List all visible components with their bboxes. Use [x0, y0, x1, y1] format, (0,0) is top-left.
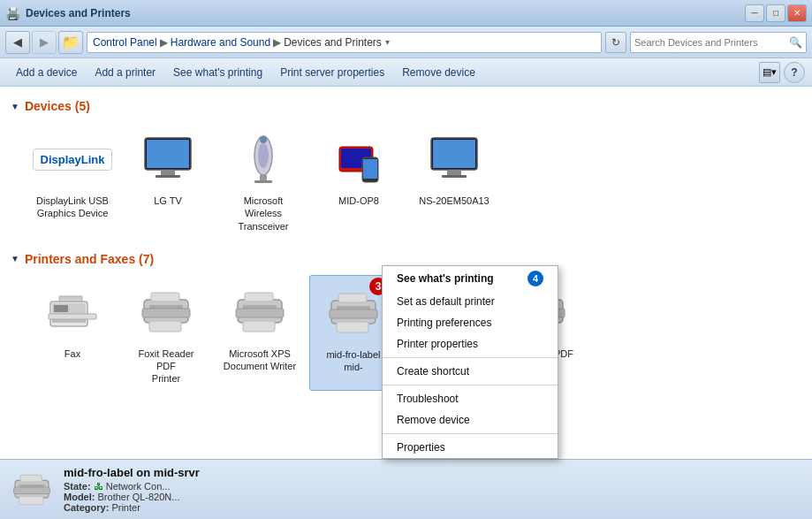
devices-section-header: ▼ Devices (5): [11, 99, 801, 113]
print-server-button[interactable]: Print server properties: [271, 58, 393, 86]
svg-rect-26: [151, 293, 179, 301]
details-bar: mid-fro-label on mid-srvr State: 🖧 Netwo…: [0, 459, 812, 519]
device-mid-op8[interactable]: MID-OP8: [315, 122, 403, 238]
xps-icon: [228, 280, 292, 344]
window-controls: ─ □ ✕: [745, 4, 807, 22]
ns-label: NS-20EM50A13: [419, 195, 489, 207]
ctx-set-default[interactable]: Set as default printer: [383, 291, 558, 312]
ctx-badge-blue: 4: [527, 271, 543, 286]
svg-rect-1: [147, 140, 189, 168]
device-displaylink[interactable]: DisplayLink DisplayLink USBGraphics Devi…: [28, 122, 117, 238]
ctx-create-shortcut[interactable]: Create shortcut: [383, 361, 558, 382]
printer-fax[interactable]: Fax: [28, 275, 117, 391]
svg-rect-30: [236, 309, 284, 317]
window-icon: 🖨️: [5, 6, 20, 20]
device-lgtv[interactable]: LG TV: [124, 122, 212, 238]
svg-rect-3: [156, 175, 180, 178]
svg-rect-21: [49, 314, 96, 319]
printer-xps[interactable]: Microsoft XPSDocument Writer: [216, 275, 304, 391]
fax-label: Fax: [65, 347, 80, 360]
svg-rect-2: [161, 170, 175, 175]
svg-point-8: [260, 136, 267, 143]
title-bar: 🖨️ Devices and Printers ─ □ ✕: [0, 0, 812, 27]
foxit-icon: [134, 280, 198, 344]
device-displaylink-label: DisplayLink USBGraphics Device: [36, 195, 109, 220]
svg-rect-31: [245, 293, 273, 301]
ctx-remove-device[interactable]: Remove device: [383, 409, 558, 431]
ctx-separator-1: [383, 357, 558, 358]
printers-section-title: Printers and Faxes (7): [25, 252, 154, 266]
toolbar: Add a device Add a printer See what's pr…: [0, 58, 812, 87]
lgtv-icon: [136, 127, 200, 191]
xps-label: Microsoft XPSDocument Writer: [224, 347, 296, 373]
add-printer-button[interactable]: Add a printer: [86, 58, 164, 86]
svg-rect-12: [363, 159, 377, 179]
details-state-row: State: 🖧 Network Con...: [64, 481, 200, 492]
lgtv-label: LG TV: [154, 195, 182, 207]
context-menu: See what's printing 4 Set as default pri…: [382, 265, 558, 459]
back-button[interactable]: ◀: [5, 31, 30, 54]
details-category-row: Category: Printer: [64, 502, 200, 513]
device-wireless-transceiver[interactable]: MicrosoftWirelessTransceiver: [219, 122, 307, 238]
breadcrumb-control-panel[interactable]: Control Panel: [93, 36, 157, 49]
mid-fro-label: mid-fro-labelmid-: [326, 348, 380, 374]
view-button[interactable]: ▤▾: [759, 62, 780, 83]
svg-rect-22: [59, 296, 82, 301]
address-bar: ◀ ▶ 📁 Control Panel ▶ Hardware and Sound…: [0, 27, 812, 58]
fax-icon: [41, 280, 104, 344]
details-model-row: Model: Brother QL-820N...: [64, 492, 200, 502]
close-button[interactable]: ✕: [787, 4, 807, 22]
add-device-button[interactable]: Add a device: [7, 58, 86, 86]
breadcrumb[interactable]: Control Panel ▶ Hardware and Sound ▶ Dev…: [87, 32, 602, 53]
printers-section-header: ▼ Printers and Faxes (7): [11, 252, 801, 266]
wireless-transceiver-icon: [231, 127, 295, 191]
devices-grid: DisplayLink DisplayLink USBGraphics Devi…: [11, 122, 801, 238]
svg-rect-20: [54, 305, 68, 312]
search-icon[interactable]: 🔍: [789, 36, 802, 49]
displaylink-icon: DisplayLink: [41, 127, 104, 191]
svg-rect-52: [20, 475, 42, 482]
svg-rect-6: [260, 175, 267, 180]
minimize-button[interactable]: ─: [745, 4, 764, 22]
foxit-label: Foxit Reader PDFPrinter: [127, 347, 205, 385]
svg-rect-14: [433, 140, 475, 168]
ctx-printing-preferences[interactable]: Printing preferences: [383, 312, 558, 333]
svg-rect-36: [338, 294, 367, 302]
svg-rect-15: [447, 170, 461, 175]
ns-icon: [422, 127, 486, 191]
ctx-separator-2: [383, 385, 558, 385]
ctx-separator-3: [383, 433, 558, 434]
ctx-printer-properties[interactable]: Printer properties: [383, 333, 558, 355]
svg-rect-7: [254, 180, 272, 183]
wireless-transceiver-label: MicrosoftWirelessTransceiver: [238, 195, 288, 233]
maximize-button[interactable]: □: [766, 4, 785, 22]
svg-rect-32: [243, 321, 275, 332]
see-printing-button[interactable]: See what's printing: [164, 58, 271, 86]
mid-op8-icon: [327, 127, 391, 191]
svg-rect-53: [19, 496, 43, 504]
refresh-button[interactable]: ↻: [605, 32, 626, 53]
remove-device-button[interactable]: Remove device: [393, 58, 484, 86]
svg-rect-25: [142, 309, 190, 317]
help-button[interactable]: ?: [784, 62, 805, 83]
svg-rect-27: [149, 321, 181, 332]
search-input[interactable]: [634, 37, 789, 48]
svg-rect-37: [337, 322, 368, 332]
details-info: mid-fro-label on mid-srvr State: 🖧 Netwo…: [64, 466, 200, 513]
printers-collapse-icon[interactable]: ▼: [11, 254, 19, 263]
search-box[interactable]: 🔍: [630, 32, 807, 53]
ctx-troubleshoot[interactable]: Troubleshoot: [383, 388, 558, 409]
folder-up-button[interactable]: 📁: [58, 31, 83, 54]
devices-section-title: Devices (5): [25, 99, 90, 113]
forward-button[interactable]: ▶: [32, 31, 57, 54]
svg-rect-16: [442, 175, 467, 178]
ctx-properties[interactable]: Properties: [383, 437, 558, 458]
breadcrumb-hardware-sound[interactable]: Hardware and Sound: [171, 36, 270, 49]
window-title: Devices and Printers: [26, 7, 131, 19]
ctx-see-printing[interactable]: See what's printing 4: [383, 266, 558, 291]
details-device-name: mid-fro-label on mid-srvr: [64, 466, 200, 479]
printer-foxit[interactable]: Foxit Reader PDFPrinter: [122, 275, 210, 391]
device-ns-20em50a13[interactable]: NS-20EM50A13: [410, 122, 498, 238]
devices-collapse-icon[interactable]: ▼: [11, 102, 19, 111]
svg-point-5: [258, 143, 269, 168]
